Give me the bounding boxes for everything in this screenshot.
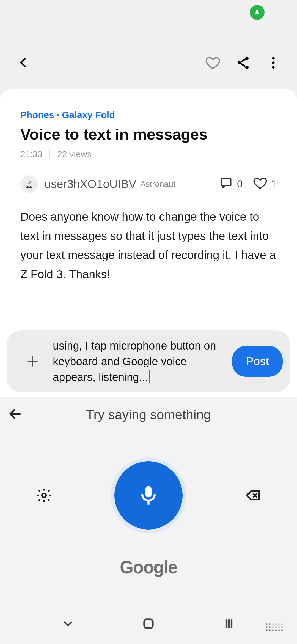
reply-text[interactable]: using, I tap microphone button on keyboa… [53, 338, 232, 385]
post-title: Voice to text in messages [20, 125, 277, 143]
meta-divider [50, 149, 50, 159]
voice-mic-button[interactable] [114, 461, 183, 530]
svg-point-3 [272, 57, 274, 59]
post-body: Does anyone know how to change the voice… [20, 207, 277, 284]
like-icon[interactable] [253, 176, 267, 193]
breadcrumb[interactable]: Phones · Galaxy Fold [20, 110, 277, 120]
share-button[interactable] [235, 55, 251, 70]
text-cursor [149, 370, 150, 383]
reply-input-box[interactable]: using, I tap microphone button on keyboa… [7, 330, 290, 392]
svg-point-0 [245, 57, 249, 60]
svg-point-4 [272, 61, 274, 64]
svg-point-7 [28, 181, 30, 183]
voice-prompt: Try saying something [86, 407, 211, 422]
like-count: 1 [271, 178, 277, 190]
svg-point-1 [238, 61, 241, 64]
reply-text-content: using, I tap microphone button on keyboa… [53, 340, 216, 383]
reply-bar: using, I tap microphone button on keyboa… [0, 326, 297, 397]
status-mic-indicator [250, 5, 265, 20]
voice-back-button[interactable] [8, 406, 23, 423]
post-views: 22 views [57, 149, 92, 159]
like-heart-button[interactable] [205, 55, 221, 70]
attach-button[interactable] [24, 353, 41, 370]
keyboard-switch-button[interactable] [266, 623, 283, 631]
breadcrumb-sep: · [57, 110, 59, 120]
nav-recents[interactable] [217, 615, 241, 632]
appbar [0, 43, 297, 82]
breadcrumb-cat[interactable]: Phones [20, 110, 54, 120]
svg-rect-14 [144, 619, 153, 628]
comment-icon[interactable] [219, 176, 233, 193]
post-time: 21:33 [20, 149, 42, 159]
nav-home[interactable] [136, 615, 161, 632]
post-meta: 21:33 22 views [20, 149, 277, 159]
voice-settings-button[interactable] [33, 484, 55, 506]
avatar[interactable] [20, 175, 38, 193]
google-logo: Google [0, 557, 297, 577]
more-menu-button[interactable] [266, 55, 281, 70]
post-card: Phones · Galaxy Fold Voice to text in me… [0, 89, 297, 326]
breadcrumb-sub[interactable]: Galaxy Fold [62, 110, 115, 120]
back-button[interactable] [16, 55, 31, 70]
voice-input-panel: Try saying something Google [0, 398, 297, 644]
voice-backspace-button[interactable] [242, 484, 264, 506]
nav-row [0, 615, 297, 632]
svg-point-2 [245, 66, 249, 69]
nav-dropdown[interactable] [56, 615, 80, 632]
author-username[interactable]: user3hXO1oUIBV [45, 178, 136, 191]
comment-count: 0 [237, 178, 243, 190]
post-button[interactable]: Post [232, 346, 283, 377]
svg-point-5 [272, 66, 274, 69]
author-row: user3hXO1oUIBV Astronaut 0 1 [20, 175, 277, 193]
author-rank: Astronaut [140, 179, 175, 189]
svg-point-11 [42, 493, 46, 498]
